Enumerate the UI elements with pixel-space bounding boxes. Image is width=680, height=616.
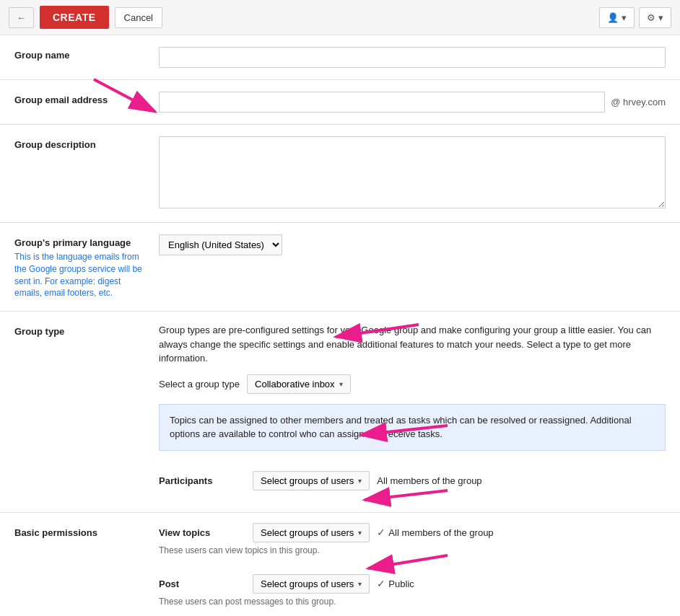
group-name-label: Group name (14, 50, 70, 61)
view-topics-item-row: View topics Select groups of users ▾ ✓ A… (159, 523, 666, 542)
language-select[interactable]: English (United States) (159, 234, 282, 255)
view-topics-dropdown[interactable]: Select groups of users ▾ (253, 523, 370, 542)
cancel-button[interactable]: Cancel (115, 7, 162, 28)
view-topics-dropdown-label: Select groups of users (261, 527, 354, 538)
people-icon: 👤 (607, 12, 619, 23)
group-type-desc: Group types are pre-configured settings … (159, 323, 666, 366)
group-name-section: Group name (0, 35, 680, 80)
group-name-label-col: Group name (14, 47, 159, 61)
view-topics-value: ✓ All members of the group (377, 527, 493, 538)
group-type-section: Group type Group types are pre-configure… (0, 312, 680, 513)
post-value: ✓ Public (377, 578, 414, 589)
gear-icon: ⚙ (647, 12, 655, 23)
people-menu-arrow: ▾ (622, 12, 627, 23)
group-description-label-col: Group description (14, 136, 159, 150)
settings-menu-arrow: ▾ (658, 12, 663, 23)
post-arrow: ▾ (358, 580, 362, 588)
participants-dropdown-arrow: ▾ (358, 477, 362, 485)
post-label: Post (159, 578, 245, 589)
settings-menu-button[interactable]: ⚙ ▾ (639, 7, 671, 28)
participants-section: Participants Select groups of users ▾ Al… (159, 461, 666, 501)
primary-language-desc: This is the language emails from the Goo… (14, 251, 144, 299)
people-menu-button[interactable]: 👤 ▾ (599, 7, 635, 28)
view-topics-arrow: ▾ (358, 529, 362, 537)
email-row: @ hrvey.com (159, 92, 666, 113)
view-topics-hint: These users can view topics in this grou… (159, 545, 666, 555)
group-email-label-col: Group email address (14, 92, 159, 105)
group-type-label-col: Group type (14, 323, 159, 337)
post-hint: These users can post messages to this gr… (159, 597, 666, 607)
post-row: Post Select groups of users ▾ ✓ Public T… (159, 564, 666, 607)
email-domain: @ hrvey.com (611, 97, 666, 107)
group-email-section: Group email address @ hrvey.com (0, 80, 680, 125)
post-item-row: Post Select groups of users ▾ ✓ Public (159, 574, 666, 594)
group-type-label: Group type (14, 326, 64, 337)
group-type-info-box: Topics can be assigned to other members … (159, 404, 666, 451)
create-button[interactable]: CREATE (40, 6, 109, 29)
primary-language-section: Group's primary language This is the lan… (0, 223, 680, 312)
participants-dropdown-label: Select groups of users (261, 475, 354, 486)
primary-language-label: Group's primary language (14, 237, 144, 248)
group-description-control-col (159, 136, 666, 211)
participants-row: Participants Select groups of users ▾ Al… (159, 471, 666, 490)
participants-label: Participants (159, 475, 245, 486)
group-description-textarea[interactable] (159, 136, 666, 208)
toolbar: ← CREATE Cancel 👤 ▾ ⚙ ▾ (0, 0, 680, 35)
group-email-control-col: @ hrvey.com (159, 92, 666, 113)
participants-value: All members of the group (377, 475, 481, 486)
group-type-control-col: Group types are pre-configured settings … (159, 323, 666, 501)
group-type-selected: Collaborative inbox (255, 379, 335, 390)
group-name-control-col (159, 47, 666, 68)
back-button[interactable]: ← (9, 7, 34, 28)
participants-dropdown[interactable]: Select groups of users ▾ (253, 471, 370, 490)
basic-permissions-label-col: Basic permissions (14, 513, 159, 538)
post-dropdown[interactable]: Select groups of users ▾ (253, 574, 370, 594)
group-email-label: Group email address (14, 94, 108, 105)
toolbar-right: 👤 ▾ ⚙ ▾ (599, 7, 671, 28)
view-topics-checkmark: ✓ (377, 527, 385, 538)
select-group-type-row: Select a group type Collaborative inbox … (159, 374, 666, 394)
group-type-dropdown[interactable]: Collaborative inbox ▾ (247, 374, 351, 394)
main-content: Group name Group email address @ hrvey.c… (0, 35, 680, 616)
basic-permissions-control-col: View topics Select groups of users ▾ ✓ A… (159, 513, 666, 616)
group-description-section: Group description (0, 125, 680, 223)
group-type-arrow: ▾ (339, 380, 343, 388)
group-email-input[interactable] (159, 92, 605, 113)
post-checkmark: ✓ (377, 578, 385, 589)
basic-permissions-section: Basic permissions View topics Select gro… (0, 513, 680, 616)
post-value-text: Public (388, 578, 414, 589)
view-topics-row: View topics Select groups of users ▾ ✓ A… (159, 513, 666, 555)
view-topics-value-text: All members of the group (388, 527, 493, 538)
view-topics-label: View topics (159, 527, 245, 538)
post-dropdown-label: Select groups of users (261, 578, 354, 589)
select-group-type-label: Select a group type (159, 379, 240, 390)
primary-language-control-col: English (United States) (159, 234, 666, 255)
group-description-label: Group description (14, 139, 96, 150)
group-name-input[interactable] (159, 47, 666, 68)
primary-language-label-col: Group's primary language This is the lan… (14, 234, 159, 299)
basic-permissions-label: Basic permissions (14, 527, 97, 538)
